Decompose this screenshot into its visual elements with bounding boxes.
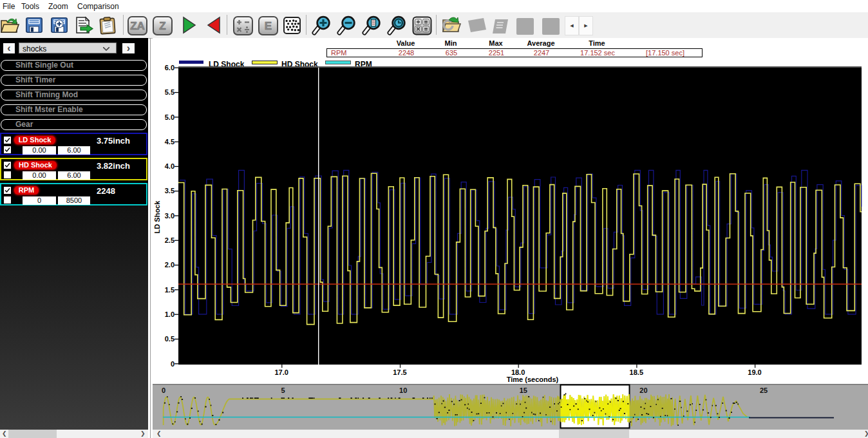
svg-text:Z: Z [159,20,165,32]
svg-text:ZA: ZA [130,20,145,32]
svg-text:E: E [265,20,272,32]
